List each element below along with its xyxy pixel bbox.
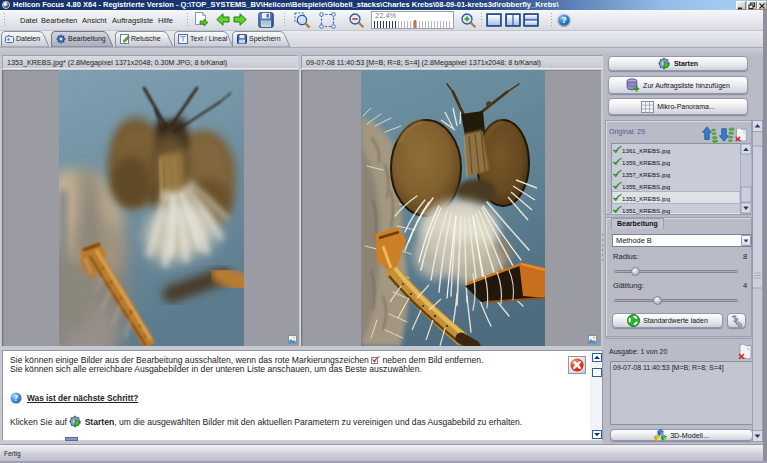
- svg-text:1353_KREBS.jpg: 1353_KREBS.jpg: [622, 195, 671, 202]
- svg-text:1351_KREBS.jpg: 1351_KREBS.jpg: [622, 207, 671, 214]
- svg-text:?: ?: [561, 15, 567, 25]
- svg-text:1355_KREBS.jpg: 1355_KREBS.jpg: [622, 183, 671, 190]
- svg-text:?: ?: [14, 394, 18, 403]
- svg-text:1359_KREBS.jpg: 1359_KREBS.jpg: [622, 159, 671, 166]
- svg-text:1361_KREBS.jpg: 1361_KREBS.jpg: [622, 147, 671, 154]
- svg-text:1357_KREBS.jpg: 1357_KREBS.jpg: [622, 171, 671, 178]
